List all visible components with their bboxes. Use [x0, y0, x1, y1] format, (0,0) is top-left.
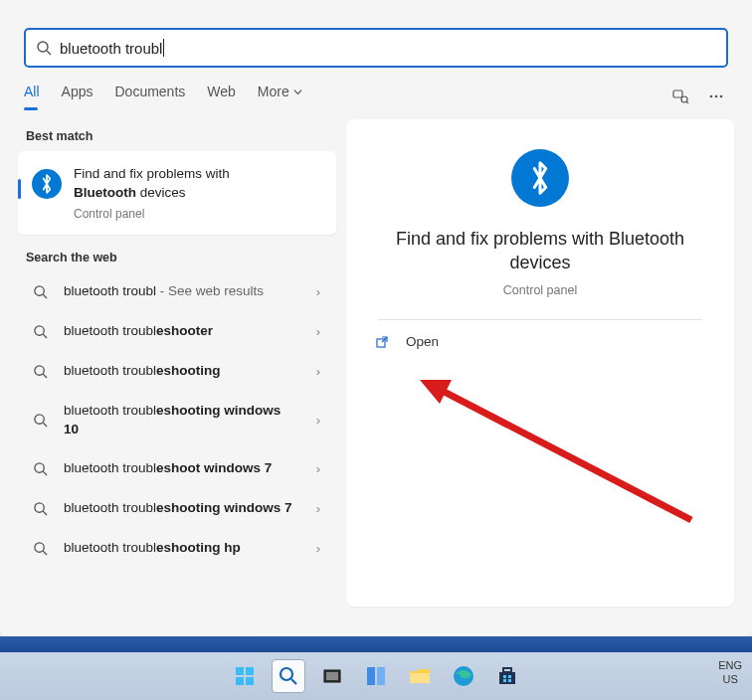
svg-line-31	[291, 679, 296, 684]
svg-rect-35	[377, 667, 385, 685]
svg-line-19	[43, 511, 47, 515]
svg-line-11	[43, 335, 47, 339]
store-button[interactable]	[490, 659, 524, 693]
svg-line-13	[43, 375, 47, 379]
file-explorer-button[interactable]	[403, 659, 437, 693]
svg-rect-34	[367, 667, 375, 685]
svg-rect-39	[503, 668, 511, 672]
svg-rect-33	[326, 672, 338, 680]
bluetooth-icon	[32, 169, 62, 199]
search-icon	[30, 282, 50, 302]
search-query-text: bluetooth troubl	[60, 40, 162, 57]
svg-line-21	[43, 551, 47, 555]
svg-line-17	[43, 471, 47, 475]
search-input[interactable]: bluetooth troubl	[60, 39, 716, 57]
svg-line-9	[43, 295, 47, 299]
tab-more-label: More	[258, 84, 289, 99]
search-icon	[30, 411, 50, 431]
web-suggestion-text: bluetooth troubl - See web results	[64, 282, 294, 301]
svg-point-12	[34, 366, 43, 375]
svg-point-10	[34, 326, 43, 335]
svg-rect-43	[508, 679, 511, 682]
svg-point-8	[34, 286, 43, 295]
svg-line-4	[686, 101, 688, 103]
web-suggestion-text: bluetooth troubleshooting windows 10	[64, 402, 294, 439]
svg-rect-28	[236, 677, 244, 685]
web-suggestion-text: bluetooth troubleshooting hp	[64, 539, 294, 558]
web-suggestion[interactable]: bluetooth troubleshooter›	[18, 312, 336, 352]
tab-more[interactable]: More	[258, 84, 302, 109]
best-match-text: Find and fix problems with Bluetooth dev…	[74, 165, 230, 221]
web-suggestion-text: bluetooth troubleshooting	[64, 362, 294, 381]
start-button[interactable]	[228, 659, 262, 693]
web-suggestion[interactable]: bluetooth troubleshooting hp›	[18, 529, 336, 569]
svg-point-7	[720, 95, 723, 98]
language-indicator[interactable]: ENG US	[718, 658, 742, 687]
desktop-wallpaper	[0, 636, 752, 652]
svg-point-20	[34, 543, 43, 552]
svg-rect-27	[246, 667, 254, 675]
best-match-item[interactable]: Find and fix problems with Bluetooth dev…	[18, 151, 336, 235]
taskbar: ENG US	[0, 652, 752, 700]
search-web-label: Search the web	[18, 241, 336, 272]
chevron-right-icon: ›	[308, 284, 328, 299]
preview-subtitle: Control panel	[503, 283, 577, 297]
web-suggestion[interactable]: bluetooth troubleshooting›	[18, 352, 336, 392]
widgets-button[interactable]	[359, 659, 393, 693]
web-suggestion-text: bluetooth troubleshooter	[64, 322, 294, 341]
search-scope-icon[interactable]	[668, 85, 692, 108]
taskbar-center	[228, 659, 524, 693]
svg-line-15	[43, 423, 47, 427]
tab-apps[interactable]: Apps	[62, 84, 94, 109]
chevron-down-icon	[293, 88, 302, 96]
best-match-subtitle: Control panel	[74, 207, 230, 221]
tab-documents[interactable]: Documents	[114, 84, 185, 109]
svg-rect-42	[503, 679, 506, 682]
svg-point-3	[681, 96, 687, 102]
open-external-icon	[374, 334, 390, 350]
open-label: Open	[406, 334, 439, 349]
search-icon	[30, 322, 50, 342]
task-view-button[interactable]	[315, 659, 349, 693]
search-icon	[30, 362, 50, 382]
svg-line-1	[47, 51, 51, 55]
tab-web[interactable]: Web	[207, 84, 236, 109]
svg-rect-40	[503, 675, 506, 678]
svg-point-30	[281, 668, 292, 680]
chevron-right-icon: ›	[308, 413, 328, 428]
svg-rect-29	[246, 677, 254, 685]
taskbar-search-button[interactable]	[272, 659, 305, 693]
svg-point-6	[715, 95, 718, 98]
chevron-right-icon: ›	[308, 501, 328, 516]
search-flyout: bluetooth troubl All Apps Documents Web …	[0, 0, 752, 636]
more-options-icon[interactable]	[704, 85, 728, 108]
edge-button[interactable]	[447, 659, 480, 693]
best-match-label: Best match	[18, 119, 336, 151]
search-icon	[30, 539, 50, 559]
tab-all[interactable]: All	[24, 84, 40, 109]
chevron-right-icon: ›	[308, 541, 328, 556]
open-button[interactable]: Open	[374, 334, 439, 350]
bluetooth-icon-large	[511, 149, 569, 207]
search-icon	[30, 499, 50, 519]
text-caret	[163, 39, 164, 57]
web-suggestion[interactable]: bluetooth troubleshoot windows 7›	[18, 449, 336, 489]
filter-tabs: All Apps Documents Web More	[0, 68, 752, 109]
web-suggestion[interactable]: bluetooth troubleshooting windows 7›	[18, 489, 336, 529]
chevron-right-icon: ›	[308, 324, 328, 339]
preview-pane: Find and fix problems with Bluetooth dev…	[346, 119, 734, 607]
chevron-right-icon: ›	[308, 461, 328, 476]
results-list: Best match Find and fix problems with Bl…	[18, 119, 336, 607]
svg-point-14	[34, 415, 43, 424]
web-suggestion[interactable]: bluetooth troubleshooting windows 10›	[18, 392, 336, 449]
search-icon	[30, 459, 50, 479]
web-suggestion-text: bluetooth troubleshoot windows 7	[64, 459, 294, 478]
preview-title: Find and fix problems with Bluetooth dev…	[364, 227, 716, 275]
svg-rect-38	[499, 672, 515, 684]
web-suggestion-text: bluetooth troubleshooting windows 7	[64, 499, 294, 518]
web-suggestion[interactable]: bluetooth troubl - See web results›	[18, 272, 336, 312]
search-icon	[36, 40, 52, 56]
svg-rect-2	[673, 90, 682, 97]
chevron-right-icon: ›	[308, 364, 328, 379]
search-box[interactable]: bluetooth troubl	[24, 28, 728, 68]
